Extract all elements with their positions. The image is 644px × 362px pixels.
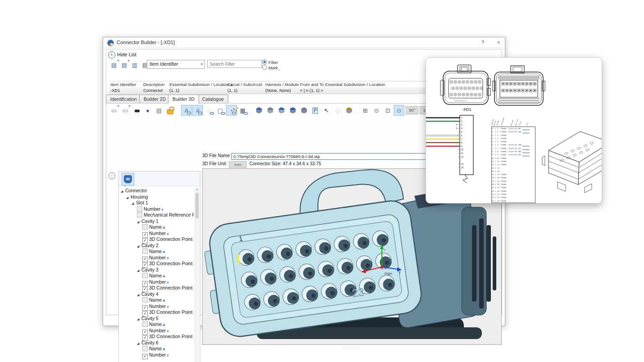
expander-icon[interactable]: ◢ xyxy=(137,243,141,249)
tree-item[interactable]: Number# xyxy=(120,206,194,213)
tree-item[interactable]: ✓3D Connection Point◎ xyxy=(120,334,194,340)
checkbox[interactable] xyxy=(137,206,142,212)
close-button[interactable]: × xyxy=(493,39,504,46)
tree-item[interactable]: ✓Number# xyxy=(120,231,194,237)
checkbox[interactable]: ✓ xyxy=(142,354,148,359)
expander-icon[interactable]: ◢ xyxy=(137,219,141,225)
filter-radio[interactable]: Filter xyxy=(262,59,278,64)
plane-p-button[interactable]: P xyxy=(310,105,321,116)
tree-item[interactable]: NameA xyxy=(120,346,194,352)
tab-builder-2d[interactable]: Builder 2D xyxy=(139,95,170,103)
inspect-button[interactable]: ▤ xyxy=(154,105,164,116)
checkbox[interactable] xyxy=(142,273,148,278)
column-header[interactable]: Description xyxy=(143,82,165,87)
cubes-pair-button[interactable] xyxy=(344,105,354,116)
checkbox[interactable] xyxy=(142,249,148,254)
radio-selected-icon[interactable] xyxy=(262,59,267,64)
tree-item[interactable]: ✓Number# xyxy=(120,352,194,358)
view-cube-iso-button[interactable] xyxy=(299,105,309,116)
toggle-numbers-button[interactable]: # xyxy=(192,105,203,116)
new-view-button[interactable]: ▭+ xyxy=(109,105,119,116)
expander-icon[interactable]: ◢ xyxy=(121,188,125,195)
tree-item[interactable]: ✓Number# xyxy=(120,255,194,261)
column-header[interactable]: Essential Subdivision / Location ▴ xyxy=(169,82,233,87)
tree-item[interactable]: ◢Cavity 1 xyxy=(120,218,194,225)
tree-3d-mode-button[interactable]: 3D xyxy=(122,173,134,186)
tree-item[interactable]: NameA xyxy=(120,321,194,328)
tree-item[interactable]: ◢Slot 1 xyxy=(120,200,194,206)
mirror-button[interactable]: ◆◆ xyxy=(131,105,142,116)
title-bar[interactable]: Connector Builder - [-XD1] ? × xyxy=(103,37,505,48)
tree-item[interactable]: ✓Number# xyxy=(120,328,194,334)
tree-item[interactable]: ✓3D Connection Point◎ xyxy=(120,261,194,267)
column-header[interactable]: From and To Essential Subdivision / Loca… xyxy=(300,82,385,87)
view-cube-right-button[interactable] xyxy=(287,105,298,116)
toggle-squares-button[interactable]: ▢ xyxy=(215,105,226,116)
tree-item[interactable]: ✓Number# xyxy=(120,303,194,310)
add-item-button[interactable]: ▤+ xyxy=(109,59,119,70)
toggle-names-button[interactable]: A xyxy=(181,105,192,116)
lock-open-button[interactable] xyxy=(165,105,176,116)
expander-icon[interactable]: ◢ xyxy=(137,316,141,322)
tree-item[interactable]: NameA xyxy=(120,224,194,231)
view-cube-back-button[interactable] xyxy=(265,105,276,116)
tree-item[interactable]: ◢Housing xyxy=(120,194,194,200)
pick-point-button[interactable]: ↖ xyxy=(321,105,332,116)
tree-item[interactable]: NameA xyxy=(120,297,194,303)
expander-icon[interactable]: ◢ xyxy=(137,292,141,298)
tab-catalogue[interactable]: Catalogue xyxy=(198,95,228,103)
tree-item[interactable]: ◢Connector xyxy=(120,188,194,194)
tree-item[interactable]: ◢Cavity 2 xyxy=(120,243,194,249)
tree-item[interactable]: ✓Number# xyxy=(120,279,194,285)
tree-item[interactable]: ✓3D Connection Point◎ xyxy=(120,309,194,316)
tree-item[interactable]: ✓3D Connection Point◎ xyxy=(120,285,194,291)
search-input[interactable] xyxy=(207,60,262,68)
tree-item[interactable]: ◢Cavity 6 xyxy=(120,340,194,346)
rotate-snap-button[interactable]: ⊙ xyxy=(394,105,404,116)
splitter-handle[interactable]: ·········· xyxy=(325,346,379,350)
tree-item[interactable]: NameA xyxy=(120,249,194,255)
help-button[interactable]: ? xyxy=(477,39,489,46)
mark-radio[interactable]: Mark xyxy=(262,65,278,70)
filter-field-dropdown[interactable]: Item Identifier ▾ xyxy=(147,60,205,69)
tree-vertical-scrollbar[interactable]: ∧∨ xyxy=(195,188,200,362)
expander-icon[interactable]: ◢ xyxy=(137,340,141,347)
checkbox[interactable] xyxy=(142,321,148,327)
expander-icon[interactable]: ◢ xyxy=(132,200,136,207)
column-header[interactable]: Harness / Module xyxy=(265,82,299,87)
tree-item[interactable]: Mechanical Reference Point▫ xyxy=(120,212,194,218)
column-header[interactable]: Circuit / Subcircuit xyxy=(227,82,262,87)
expander-icon[interactable]: ◢ xyxy=(126,195,131,201)
tree-item[interactable]: ◢Cavity 5 xyxy=(120,316,194,322)
expander-icon[interactable]: ◢ xyxy=(137,267,141,274)
hide-list-chevron-icon[interactable]: ∧ xyxy=(108,51,115,59)
tree-item[interactable]: ◢Cavity 3 xyxy=(120,267,194,273)
target-circle-button[interactable]: ⊙ xyxy=(371,105,382,116)
target-box-button[interactable]: ⊡ xyxy=(382,105,393,116)
toggle-circles-button[interactable]: ◌ xyxy=(204,105,214,116)
tab-builder-3d[interactable]: Builder 3D xyxy=(168,95,199,104)
tab-identification[interactable]: Identification xyxy=(106,95,141,103)
radio-icon[interactable] xyxy=(262,65,267,70)
view-cube-front-button[interactable] xyxy=(254,105,264,116)
diamond-button[interactable]: ◇ xyxy=(332,105,343,116)
column-header[interactable]: Item Identifier xyxy=(110,82,136,87)
checkbox[interactable] xyxy=(137,212,142,217)
checkbox[interactable] xyxy=(142,297,148,303)
checkbox[interactable] xyxy=(142,224,148,230)
angle-field[interactable]: 90° xyxy=(406,106,418,114)
tree-item[interactable]: NameA xyxy=(120,273,194,279)
copy-item-button[interactable]: ▥ xyxy=(129,59,140,70)
tree-item[interactable]: ✓3D Connection Point◎ xyxy=(120,236,194,243)
checkbox[interactable] xyxy=(142,346,148,351)
toggle-points-button[interactable] xyxy=(226,105,237,116)
delete-item-button[interactable]: ▤× xyxy=(119,59,130,70)
hide-list-label[interactable]: Hide List xyxy=(117,52,136,57)
tree-item[interactable]: ◢Cavity 4 xyxy=(120,291,194,298)
grid-snap-button[interactable]: ⊞ xyxy=(360,105,371,116)
collapse-panel-icon[interactable]: ‹ xyxy=(109,172,115,179)
view-cube-left-button[interactable] xyxy=(276,105,287,116)
overflow-icon[interactable]: ≡ xyxy=(278,68,280,72)
shade-button[interactable]: ● xyxy=(142,105,153,116)
toggle-grid-button[interactable]: ▦ xyxy=(237,105,248,116)
